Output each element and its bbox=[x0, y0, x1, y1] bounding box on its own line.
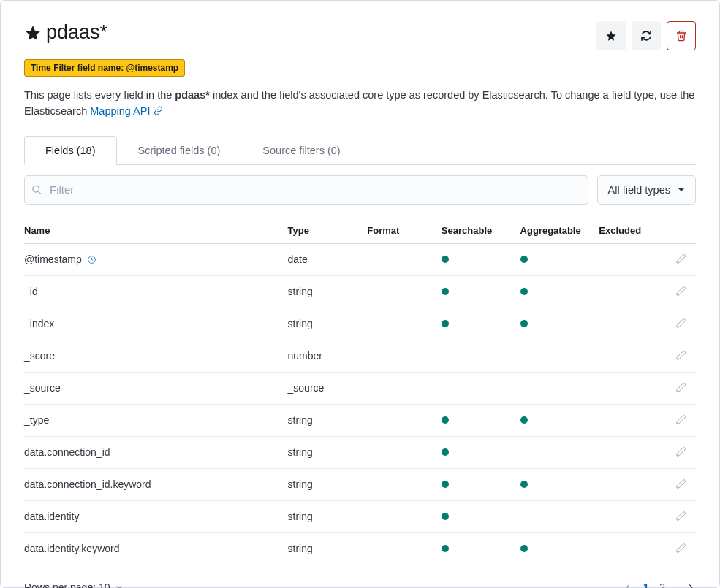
dot-icon bbox=[520, 416, 528, 424]
field-type-select[interactable]: All field types bbox=[597, 175, 696, 205]
index-pattern-panel: pdaas* Time Filter field name: @timestam… bbox=[0, 0, 720, 588]
pencil-icon[interactable] bbox=[675, 317, 687, 329]
field-edit-cell bbox=[659, 340, 696, 372]
field-type-cell: string bbox=[288, 275, 368, 308]
col-aggregatable[interactable]: Aggregatable bbox=[520, 218, 599, 244]
field-excluded-cell bbox=[599, 243, 659, 275]
table-row: data.identity.keywordstring bbox=[24, 532, 696, 565]
page-1[interactable]: 1 bbox=[643, 581, 649, 588]
field-excluded-cell bbox=[599, 468, 659, 500]
field-format-cell bbox=[367, 275, 442, 308]
col-format[interactable]: Format bbox=[367, 218, 442, 244]
table-row: _indexstring bbox=[24, 308, 696, 340]
col-excluded[interactable]: Excluded bbox=[599, 218, 659, 244]
tabs-bar: Fields (18)Scripted fields (0)Source fil… bbox=[24, 136, 696, 165]
field-type-cell: number bbox=[288, 340, 368, 372]
delete-button[interactable] bbox=[667, 21, 696, 50]
set-default-button[interactable] bbox=[596, 21, 626, 50]
dot-icon bbox=[442, 288, 449, 295]
field-excluded-cell bbox=[599, 532, 659, 565]
page-title: pdaas* bbox=[46, 21, 107, 44]
field-excluded-cell bbox=[599, 436, 659, 468]
page-2[interactable]: 2 bbox=[659, 581, 665, 588]
pencil-icon[interactable] bbox=[675, 478, 687, 489]
field-type-cell: date bbox=[288, 243, 368, 275]
field-edit-cell bbox=[659, 275, 696, 308]
table-row: _idstring bbox=[24, 275, 696, 308]
pencil-icon[interactable] bbox=[675, 446, 687, 457]
col-searchable[interactable]: Searchable bbox=[442, 218, 520, 244]
rows-per-page-select[interactable]: Rows per page: 10 bbox=[24, 581, 124, 588]
field-excluded-cell bbox=[599, 404, 659, 436]
rows-per-page-label: Rows per page: 10 bbox=[24, 581, 110, 588]
field-searchable-cell bbox=[442, 275, 520, 308]
field-edit-cell bbox=[659, 372, 696, 404]
chevron-down-icon bbox=[115, 583, 124, 588]
field-format-cell bbox=[367, 436, 442, 468]
field-aggregatable-cell bbox=[520, 404, 599, 436]
tab-2[interactable]: Source filters (0) bbox=[241, 136, 361, 165]
header-actions bbox=[596, 21, 696, 50]
field-name-cell: _source bbox=[24, 372, 288, 404]
table-row: data.identitystring bbox=[24, 500, 696, 532]
tab-0[interactable]: Fields (18) bbox=[24, 136, 117, 165]
col-edit bbox=[659, 218, 696, 244]
field-aggregatable-cell bbox=[520, 468, 599, 500]
field-name-cell: _score bbox=[24, 340, 288, 372]
field-edit-cell bbox=[659, 308, 696, 340]
field-aggregatable-cell bbox=[520, 275, 599, 308]
field-type-cell: string bbox=[288, 468, 368, 500]
pencil-icon[interactable] bbox=[675, 510, 687, 522]
tab-1[interactable]: Scripted fields (0) bbox=[117, 136, 242, 165]
prev-page-button[interactable] bbox=[623, 582, 633, 588]
field-format-cell bbox=[367, 532, 442, 565]
field-aggregatable-cell bbox=[520, 243, 599, 275]
refresh-button[interactable] bbox=[632, 21, 661, 50]
field-excluded-cell bbox=[599, 500, 659, 532]
dot-icon bbox=[520, 545, 528, 552]
field-name-cell: @timestamp bbox=[24, 243, 288, 275]
mapping-api-link[interactable]: Mapping API bbox=[90, 105, 150, 117]
search-icon bbox=[31, 184, 42, 195]
field-type-cell: string bbox=[288, 532, 368, 565]
field-searchable-cell bbox=[442, 468, 520, 500]
pencil-icon[interactable] bbox=[675, 349, 687, 361]
field-type-cell: string bbox=[288, 308, 368, 340]
pencil-icon[interactable] bbox=[675, 285, 687, 297]
table-row: data.connection_id.keywordstring bbox=[24, 468, 696, 500]
filter-row: All field types bbox=[24, 175, 696, 205]
header-row: pdaas* bbox=[24, 21, 696, 50]
field-aggregatable-cell bbox=[520, 436, 599, 468]
field-aggregatable-cell bbox=[520, 340, 599, 372]
field-name-cell: _id bbox=[24, 275, 288, 308]
field-searchable-cell bbox=[442, 532, 520, 565]
field-aggregatable-cell bbox=[520, 372, 599, 404]
pencil-icon[interactable] bbox=[675, 542, 687, 554]
pencil-icon[interactable] bbox=[675, 413, 687, 425]
col-name[interactable]: Name bbox=[24, 218, 288, 244]
link-icon bbox=[154, 106, 163, 115]
desc-pre: This page lists every field in the bbox=[24, 89, 175, 101]
field-edit-cell bbox=[659, 243, 696, 275]
field-searchable-cell bbox=[442, 340, 520, 372]
pencil-icon[interactable] bbox=[675, 381, 687, 393]
pencil-icon[interactable] bbox=[675, 253, 687, 264]
filter-input[interactable] bbox=[24, 175, 588, 205]
dot-icon bbox=[442, 448, 449, 456]
field-searchable-cell bbox=[442, 243, 520, 275]
type-select-label: All field types bbox=[608, 184, 670, 196]
table-row: data.connection_idstring bbox=[24, 436, 696, 468]
dot-icon bbox=[520, 481, 528, 488]
field-name-cell: data.connection_id bbox=[24, 436, 288, 468]
field-edit-cell bbox=[659, 532, 696, 565]
next-page-button[interactable] bbox=[686, 582, 696, 588]
field-searchable-cell bbox=[442, 308, 520, 340]
dot-icon bbox=[442, 513, 449, 520]
field-format-cell bbox=[367, 500, 442, 532]
title-block: pdaas* bbox=[24, 21, 107, 44]
table-row: _scorenumber bbox=[24, 340, 696, 372]
field-format-cell bbox=[367, 340, 442, 372]
description-text: This page lists every field in the pdaas… bbox=[24, 87, 696, 120]
table-row: _typestring bbox=[24, 404, 696, 436]
col-type[interactable]: Type bbox=[288, 218, 368, 244]
